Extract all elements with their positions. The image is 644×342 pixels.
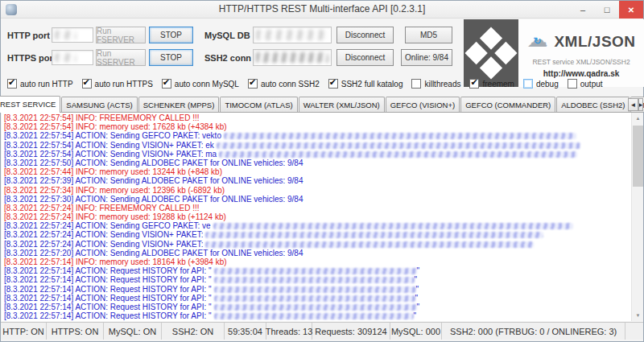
checkbox-ssh2-full-katalog[interactable]: SSH2 full katalog [328,79,403,89]
checkbox-label: freemem [482,80,514,89]
redacted-text [214,295,415,302]
https-port-input[interactable] [52,50,93,65]
status-ssh2-on: SSH2: ON [162,323,225,340]
checkbox-label: auto run HTTP [20,80,73,89]
log-text: [8.3.2021 22:57:34] INFO: memory used: 1… [4,186,225,195]
maximize-button[interactable]: □ [595,1,619,19]
window-title: HTTP/HTTPS REST Multi-interface API [0.2… [1,3,643,14]
tab-rest-service[interactable]: REST SERVICE [0,96,60,113]
checkbox-auto-conn-ssh2[interactable]: auto conn SSH2 [248,79,320,89]
status-59-35: 59:35:04 [225,323,266,340]
status-http-on: HTTP: ON [1,323,47,340]
checkbox-checked-icon[interactable] [469,79,479,89]
status-https-on: HTTPS: ON [47,323,104,340]
checkbox-auto-conn-mysql[interactable]: auto conn MySQL [162,79,239,89]
redacted-text [213,223,573,229]
scrollbar-up-icon[interactable]: ▲ [632,113,644,124]
log-line: [8.3.2021 22:57:24] ACTION: Sending GEFC… [4,221,630,230]
ssh2-disconnect-button[interactable]: Disconnect [336,49,394,66]
ssh2-conn-label: SSH2 conn [204,53,251,63]
tab-timocom-atlas[interactable]: TIMOCOM (ATLAS) [220,97,297,112]
checkbox-label: auto run HTTPS [95,80,153,89]
tab-walter-xml-json[interactable]: WALTER (XML/JSON) [299,97,385,112]
log-text-suffix: " [417,266,420,275]
log-line: [8.3.2021 22:57:20] ACTION: Sending ALDO… [4,249,630,258]
ssh2-conn-input[interactable] [253,49,332,66]
md5-button[interactable]: MD5 [405,27,452,43]
online-count-button[interactable]: Online: 9/84 [401,49,452,66]
log-text: [8.3.2021 22:57:30] ACTION: Sending ALDO… [4,195,303,204]
log-text: [8.3.2021 22:57:14] ACTION: Request HIST… [4,266,212,275]
http-port-input[interactable] [52,27,93,43]
run-sserver-button[interactable]: Run SSERVER [96,49,146,66]
checkbox-checked-icon[interactable] [7,79,17,89]
checkbox-killthreads[interactable]: killthreads [411,79,460,89]
checkbox-output[interactable]: output [568,79,603,89]
log-text: [8.3.2021 22:57:39] ACTION: Sending ALDO… [4,176,303,185]
checkbox-freemem[interactable]: freemem [469,79,514,89]
mysql-db-input[interactable] [253,27,332,43]
redacted-value [256,52,328,63]
checkbox-debug[interactable]: debug [523,79,559,89]
log-text: [8.3.2021 22:57:24] ACTION: Sending VISI… [4,230,203,239]
close-button[interactable]: ✕ [619,1,643,19]
log-line: [8.3.2021 22:57:24] ACTION: Sending VISI… [4,240,630,249]
checkbox-auto-run-http[interactable]: auto run HTTP [7,79,73,89]
log-text-suffix: " [417,303,420,311]
log-line: [8.3.2021 22:57:54] INFO: FREEMEMORY CAL… [4,113,630,122]
tab-scroll-arrows: ◄ ► [628,98,643,111]
log-line: [8.3.2021 22:57:24] ACTION: Sending VISI… [4,230,630,239]
status-requests-309124: Requests: 309124 [312,323,390,340]
log-text: [8.3.2021 22:57:54] ACTION: Sending VISI… [4,150,217,159]
checkbox-label: SSH2 full katalog [341,80,403,89]
log-text-suffix: " [415,294,419,303]
redacted-value [55,31,76,39]
stop-https-button[interactable]: STOP [149,49,193,66]
checkbox-checked-icon[interactable] [162,79,171,89]
checkbox-unchecked-icon[interactable] [568,79,577,89]
checkbox-label: auto conn SSH2 [261,80,320,89]
log-text: [8.3.2021 22:57:50] ACTION: Sending ALDO… [4,159,303,167]
log-line: [8.3.2021 22:57:14] ACTION: Request HIST… [4,311,630,320]
tab-scroll-left-icon[interactable]: ◄ [628,98,638,111]
status-ssh2-000-ftrbug: SSH2: 000 (FTRBUG: 0 / ONLINEREG: 3) [442,323,625,340]
checkbox-checked-icon[interactable] [328,79,338,89]
log-text: [8.3.2021 22:57:14] ACTION: Request HIST… [4,303,212,311]
checkbox-checked-icon[interactable] [248,79,258,89]
minimize-button[interactable]: – [571,1,595,19]
log-scrollbar[interactable]: ▲ ▼ [631,113,643,321]
branding-panel: ☁ ↻ XML/JSON REST service XML/JSON/SSH2 … [518,19,644,87]
redacted-text [217,142,580,149]
log-line: [8.3.2021 22:57:14] ACTION: Request HIST… [4,303,630,311]
log-line: [8.3.2021 22:57:54] ACTION: Sending GEFC… [4,131,630,140]
checkbox-unchecked-icon[interactable] [411,79,421,89]
log-line: [8.3.2021 22:57:34] INFO: memory used: 1… [4,186,630,195]
scrollbar-thumb[interactable] [633,126,643,187]
checkbox-label: output [580,80,603,89]
log-text: [8.3.2021 22:57:14] ACTION: Request HIST… [4,294,212,303]
log-line: [8.3.2021 22:57:54] ACTION: Sending VISI… [4,150,630,159]
tab-samsung-acts[interactable]: SAMSUNG (ACTS) [61,97,137,112]
tab-gefco-commander[interactable]: GEFCO (COMMANDER) [460,97,555,112]
scrollbar-down-icon[interactable]: ▼ [632,310,644,321]
log-line: [8.3.2021 22:57:44] INFO: memory used: 1… [4,167,630,176]
status-mysql-on: MySQL: ON [104,323,162,340]
stop-http-button[interactable]: STOP [149,27,193,43]
log-text: [8.3.2021 22:57:20] ACTION: Sending ALDO… [4,249,303,258]
checkbox-unchecked-icon[interactable] [523,79,533,89]
tab-schenker-mpps[interactable]: SCHENKER (MPPS) [138,97,220,112]
log-text: [8.3.2021 22:57:54] INFO: FREEMEMORY CAL… [4,113,200,122]
tab-scroll-right-icon[interactable]: ► [638,98,643,111]
log-text: [8.3.2021 22:57:54] ACTION: Sending GEFC… [4,131,221,140]
log-line: [8.3.2021 22:57:14] ACTION: Request HIST… [4,266,630,275]
run-fserver-button[interactable]: Run FSERVER [96,27,146,43]
tab-gefco-vision[interactable]: GEFCO (VISION+) [386,97,460,112]
redacted-text [205,232,543,238]
tab-aldobec-ssh2[interactable]: ALDOBEC (SSH2) [556,97,630,112]
checkbox-checked-icon[interactable] [82,79,92,89]
log-text: [8.3.2021 22:57:24] ACTION: Sending GEFC… [4,221,211,230]
log-line: [8.3.2021 22:57:14] ACTION: Request HIST… [4,285,630,294]
mysql-disconnect-button[interactable]: Disconnect [336,27,394,43]
redacted-text [214,286,416,293]
checkbox-auto-run-https[interactable]: auto run HTTPS [82,79,153,89]
